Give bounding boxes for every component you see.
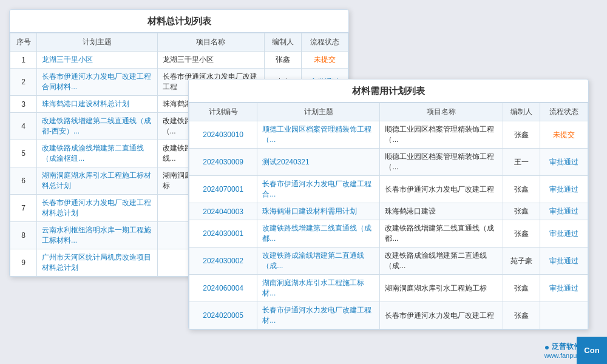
cell-code[interactable]: 2024030002 — [189, 248, 257, 275]
cell-plan[interactable]: 改建铁路线增建第二线直通线（成都... — [257, 220, 380, 248]
cell-id: 6 — [10, 167, 37, 195]
cell-plan[interactable]: 改建铁路成渝线增建第二直通线（成渝枢纽... — [37, 140, 158, 167]
cell-editor: 王一 — [503, 149, 540, 176]
cell-status: 审批通过 — [540, 275, 588, 302]
watermark-brand: ● 泛普软件 — [544, 342, 602, 352]
table1-title: 材料总计划列表 — [10, 10, 348, 33]
cell-id: 9 — [10, 249, 37, 277]
cell-plan[interactable]: 云南水利枢纽溶明水库一期工程施工标材料... — [37, 222, 158, 249]
cell-code[interactable]: 2024030009 — [189, 149, 257, 176]
table-row: 2024020005 长春市伊通河水力发电厂改建工程材... 长春市伊通河水力发… — [189, 302, 588, 329]
cell-id: 4 — [10, 113, 37, 140]
table2-title: 材料需用计划列表 — [189, 79, 588, 103]
cell-code[interactable]: 2024030001 — [189, 220, 257, 248]
cell-editor: 张鑫 — [503, 302, 540, 329]
cell-project: 珠海鹤港口建设 — [380, 203, 503, 220]
cell-editor: 张鑫 — [265, 52, 302, 69]
brand-icon: ● — [544, 342, 549, 352]
watermark-url: www.fanpusoft.com — [544, 352, 602, 359]
col-editor: 编制人 — [265, 33, 302, 52]
cell-project: 改建铁路线增建第二线直通线（成都... — [380, 220, 503, 248]
cell-editor: 张鑫 — [503, 203, 540, 220]
table-row: 1 龙湖三千里小区 龙湖三千里小区 张鑫 未提交 — [10, 52, 348, 69]
table-row: 2024060004 湖南洞庭湖水库引水工程施工标材... 湖南洞庭湖水库引水工… — [189, 275, 588, 302]
table-row: 2024030001 改建铁路线增建第二线直通线（成都... 改建铁路线增建第二… — [189, 220, 588, 248]
brand-name: 泛普软件 — [552, 342, 581, 352]
cell-editor: 张鑫 — [503, 121, 540, 149]
cell-plan[interactable]: 湖南洞庭湖水库引水工程施工标材... — [257, 275, 380, 302]
cell-editor: 张鑫 — [503, 275, 540, 302]
cell-plan[interactable]: 顺德工业园区档案管理精装饰工程（... — [257, 121, 380, 149]
cell-id: 1 — [10, 52, 37, 69]
watermark: ● 泛普软件 www.fanpusoft.com — [544, 342, 602, 359]
table-row: 2024040003 珠海鹤港口建设材料需用计划 珠海鹤港口建设 张鑫 审批通过 — [189, 203, 588, 220]
cell-id: 3 — [10, 96, 37, 113]
cell-plan[interactable]: 长春市伊通河水力发电厂改建工程合... — [257, 176, 380, 203]
col-plan-theme: 计划主题 — [37, 33, 158, 52]
cell-plan[interactable]: 湖南洞庭湖水库引水工程施工标材料总计划 — [37, 167, 158, 195]
cell-status — [540, 302, 588, 329]
col-id: 序号 — [10, 33, 37, 52]
cell-code[interactable]: 2024040003 — [189, 203, 257, 220]
cell-plan[interactable]: 长春市伊通河水力发电厂改建工程材料总计划 — [37, 195, 158, 222]
col-plan-theme: 计划主题 — [257, 103, 380, 121]
cell-id: 7 — [10, 195, 37, 222]
cell-project: 改建铁路成渝线增建第二直通线（成... — [380, 248, 503, 275]
cell-id: 5 — [10, 140, 37, 167]
cell-plan[interactable]: 珠海鹤港口建设材料需用计划 — [257, 203, 380, 220]
cell-code[interactable]: 2024060004 — [189, 275, 257, 302]
table-row: 2024070001 长春市伊通河水力发电厂改建工程合... 长春市伊通河水力发… — [189, 176, 588, 203]
col-project-name: 项目名称 — [380, 103, 503, 121]
cell-status: 未提交 — [301, 52, 348, 69]
cell-plan[interactable]: 龙湖三千里小区 — [37, 52, 158, 69]
cell-plan[interactable]: 改建铁路成渝线增建第二直通线（成... — [257, 248, 380, 275]
cell-project: 湖南洞庭湖水库引水工程施工标 — [380, 275, 503, 302]
cell-editor: 苑子豪 — [503, 248, 540, 275]
cell-project: 长春市伊通河水力发电厂改建工程 — [380, 302, 503, 329]
col-code: 计划编号 — [189, 103, 257, 121]
col-status: 流程状态 — [540, 103, 588, 121]
cell-plan[interactable]: 广州市天河区统计局机房改造项目材料总计划 — [37, 249, 158, 277]
cell-code[interactable]: 2024020005 — [189, 302, 257, 329]
cell-status: 审批通过 — [540, 149, 588, 176]
cell-plan[interactable]: 长春市伊通河水力发电厂改建工程材... — [257, 302, 380, 329]
material-use-plan-card: 材料需用计划列表 计划编号 计划主题 项目名称 编制人 流程状态 2024030… — [188, 79, 589, 330]
col-editor: 编制人 — [503, 103, 540, 121]
cell-project: 长春市伊通河水力发电厂改建工程 — [380, 176, 503, 203]
cell-status: 审批通过 — [540, 203, 588, 220]
cell-plan[interactable]: 珠海鹤港口建设材料总计划 — [37, 96, 158, 113]
cell-code[interactable]: 2024030010 — [189, 121, 257, 149]
cell-project: 顺德工业园区档案管理精装饰工程（... — [380, 121, 503, 149]
cell-project: 龙湖三千里小区 — [157, 52, 264, 69]
cell-id: 2 — [10, 69, 37, 96]
cell-plan[interactable]: 测试20240321 — [257, 149, 380, 176]
cell-status: 审批通过 — [540, 176, 588, 203]
cell-editor: 张鑫 — [503, 220, 540, 248]
table-row: 2024030010 顺德工业园区档案管理精装饰工程（... 顺德工业园区档案管… — [189, 121, 588, 149]
cell-status: 审批通过 — [540, 248, 588, 275]
cell-editor: 张鑫 — [503, 176, 540, 203]
cell-project: 顺德工业园区档案管理精装饰工程（... — [380, 149, 503, 176]
col-project-name: 项目名称 — [157, 33, 264, 52]
cell-status: 审批通过 — [540, 220, 588, 248]
table-row: 2024030002 改建铁路成渝线增建第二直通线（成... 改建铁路成渝线增建… — [189, 248, 588, 275]
material-use-plan-table: 计划编号 计划主题 项目名称 编制人 流程状态 2024030010 顺德工业园… — [189, 103, 588, 329]
table-row: 2024030009 测试20240321 顺德工业园区档案管理精装饰工程（..… — [189, 149, 588, 176]
cell-id: 8 — [10, 222, 37, 249]
col-status: 流程状态 — [301, 33, 348, 52]
cell-plan[interactable]: 长春市伊通河水力发电厂改建工程合同材料... — [37, 69, 158, 96]
cell-code[interactable]: 2024070001 — [189, 176, 257, 203]
cell-plan[interactable]: 改建铁路线增建第二线直通线（成都-西安）... — [37, 113, 158, 140]
cell-status: 未提交 — [540, 121, 588, 149]
